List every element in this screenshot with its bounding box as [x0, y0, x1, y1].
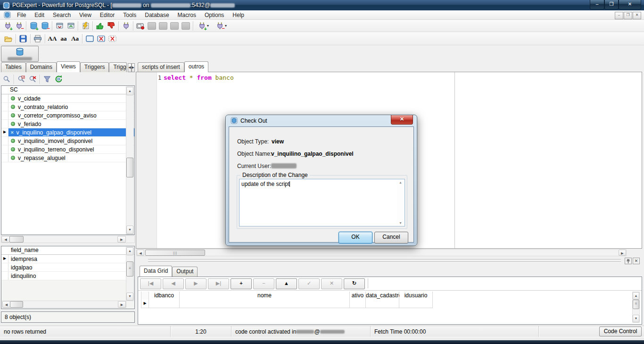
- table-row[interactable]: idinquilino: [1, 272, 134, 280]
- nav-refresh-icon[interactable]: ↻: [344, 278, 365, 289]
- scroll-up-icon[interactable]: ▲: [126, 247, 133, 255]
- scroll-right-icon[interactable]: ▶: [118, 301, 126, 308]
- connect-icon[interactable]: +: [2, 21, 13, 31]
- table-row[interactable]: idgalpao: [1, 263, 134, 272]
- textarea-scrollbar[interactable]: ▲ ▼: [397, 180, 404, 226]
- open-folder-icon[interactable]: [3, 34, 14, 44]
- table-row[interactable]: ▶idempresa: [1, 255, 134, 263]
- code-control-button[interactable]: Code Control: [599, 327, 642, 336]
- connection-tab-button[interactable]: [1, 46, 39, 62]
- tab-scroll-right-icon[interactable]: ▶: [132, 63, 135, 72]
- nav-prior-icon[interactable]: ◀: [163, 278, 184, 289]
- scroll-right-icon[interactable]: ▶: [619, 250, 626, 256]
- disconnect-icon[interactable]: −: [13, 21, 25, 31]
- scroll-thumb[interactable]: ≡: [633, 300, 639, 309]
- menu-search[interactable]: Search: [49, 11, 75, 19]
- column-header[interactable]: ativo: [350, 292, 366, 300]
- scroll-thumb[interactable]: [10, 301, 23, 308]
- description-textarea[interactable]: update of the script ▲ ▼: [239, 179, 405, 227]
- frame-delete-icon[interactable]: [95, 34, 107, 44]
- scroll-down-icon[interactable]: ▼: [126, 293, 133, 301]
- database-attach-icon[interactable]: +: [28, 21, 39, 31]
- print-icon[interactable]: [32, 34, 43, 44]
- grid-vscrollbar[interactable]: ▲ ≡ ▼: [632, 292, 640, 323]
- menu-database[interactable]: Database: [140, 11, 173, 19]
- rollback-thumbs-down-icon[interactable]: [106, 21, 117, 31]
- minimize-button[interactable]: –: [590, 0, 604, 9]
- scroll-thumb[interactable]: [9, 236, 24, 243]
- scroll-thumb[interactable]: |||: [145, 250, 205, 256]
- grid-row[interactable]: ▶: [141, 300, 433, 308]
- scroll-down-icon[interactable]: ▼: [126, 226, 133, 234]
- column-header[interactable]: idbanco: [149, 292, 180, 300]
- list-item-selected[interactable]: ▶✕v_inquilino_galpao_disponivel: [1, 128, 134, 137]
- tab-trigger-functions[interactable]: Trigger Fun: [109, 62, 127, 72]
- scroll-thumb[interactable]: ≡: [126, 261, 133, 277]
- list-item[interactable]: v_repasse_aluguel: [1, 154, 134, 162]
- dock-pin-icon[interactable]: [625, 258, 632, 264]
- list-item[interactable]: v_inquilino_terreno_disponivel: [1, 145, 134, 154]
- scroll-up-icon[interactable]: ▲: [397, 180, 404, 184]
- uppercase-button[interactable]: AA: [47, 34, 58, 44]
- database-detach-icon[interactable]: −: [39, 21, 50, 31]
- field-name-header[interactable]: field_name: [1, 246, 134, 255]
- nav-edit-icon[interactable]: ▲: [276, 278, 297, 289]
- tab-outros[interactable]: outros: [184, 61, 208, 72]
- column-header[interactable]: data_cadastro: [366, 292, 399, 300]
- horizontal-splitter[interactable]: ✕: [136, 257, 642, 265]
- tree-vscrollbar[interactable]: ▲ ▼: [126, 86, 134, 235]
- tab-data-grid[interactable]: Data Grid: [140, 266, 172, 277]
- restore-button[interactable]: ❐: [604, 0, 619, 9]
- tab-triggers[interactable]: Triggers: [80, 62, 109, 72]
- execute-query-icon[interactable]: [80, 21, 91, 31]
- tab-scripts-of-insert[interactable]: scripts of insert: [138, 62, 184, 72]
- mdi-close-button[interactable]: ✕: [633, 12, 641, 19]
- column-header[interactable]: idusuario: [399, 292, 433, 300]
- scroll-left-icon[interactable]: ◀: [2, 301, 10, 308]
- reconnect-plug-icon[interactable]: [120, 21, 132, 31]
- mdi-minimize-button[interactable]: –: [615, 12, 623, 19]
- close-panel-icon[interactable]: ✕: [633, 258, 640, 264]
- list-item[interactable]: v_corretor_compromisso_aviso: [1, 111, 134, 120]
- list-item[interactable]: v_contrato_relatorio: [1, 103, 134, 111]
- disconnect-dropdown-icon[interactable]: −▼: [213, 21, 231, 31]
- list-item[interactable]: v_cidade: [1, 94, 134, 103]
- menu-view[interactable]: View: [75, 11, 96, 19]
- script-export-icon[interactable]: [54, 21, 65, 31]
- save-floppy-icon[interactable]: [17, 34, 29, 44]
- scroll-up-icon[interactable]: ▲: [126, 87, 133, 95]
- scroll-down-icon[interactable]: ▼: [397, 221, 404, 225]
- filter-funnel-icon[interactable]: [41, 74, 53, 84]
- menu-editor[interactable]: Editor: [96, 11, 119, 19]
- menu-help[interactable]: Help: [228, 11, 248, 19]
- tab-tables[interactable]: Tables: [1, 62, 26, 72]
- nav-post-icon[interactable]: ✓: [298, 278, 320, 289]
- tab-scroll-left-icon[interactable]: ◀: [128, 63, 131, 72]
- cancel-button[interactable]: Cancel: [374, 232, 408, 243]
- nav-cancel-icon[interactable]: ✕: [321, 278, 342, 289]
- tab-domains[interactable]: Domains: [26, 62, 57, 72]
- mdi-restore-button[interactable]: ❐: [624, 12, 632, 19]
- script-import-icon[interactable]: [65, 21, 76, 31]
- editor-hscrollbar[interactable]: ◀ ||| ▶: [136, 249, 627, 256]
- menu-file[interactable]: File: [13, 11, 30, 19]
- column-header[interactable]: nome: [180, 292, 350, 300]
- dialog-close-icon[interactable]: ✕: [391, 115, 413, 125]
- scroll-thumb[interactable]: [126, 158, 133, 177]
- refresh-icon[interactable]: [53, 74, 64, 84]
- tree-hscrollbar[interactable]: ◀ ▶: [1, 235, 135, 243]
- record-macro-icon[interactable]: [135, 21, 146, 31]
- search-icon[interactable]: [1, 74, 12, 84]
- search-check-icon[interactable]: [16, 74, 27, 84]
- nav-delete-icon[interactable]: −: [253, 278, 274, 289]
- scroll-left-icon[interactable]: ◀: [137, 250, 144, 256]
- scroll-down-icon[interactable]: ▼: [633, 315, 639, 322]
- menu-options[interactable]: Options: [200, 11, 228, 19]
- commit-thumbs-up-icon[interactable]: [94, 21, 106, 31]
- list-item[interactable]: v_inquilino_imovel_disponivel: [1, 137, 134, 145]
- editor-split-divider[interactable]: [454, 72, 455, 248]
- search-clear-icon[interactable]: [27, 74, 38, 84]
- list-item[interactable]: v_feriado: [1, 120, 134, 128]
- scroll-up-icon[interactable]: ▲: [633, 292, 639, 300]
- fields-vscrollbar[interactable]: ▲ ≡ ▼: [126, 247, 134, 301]
